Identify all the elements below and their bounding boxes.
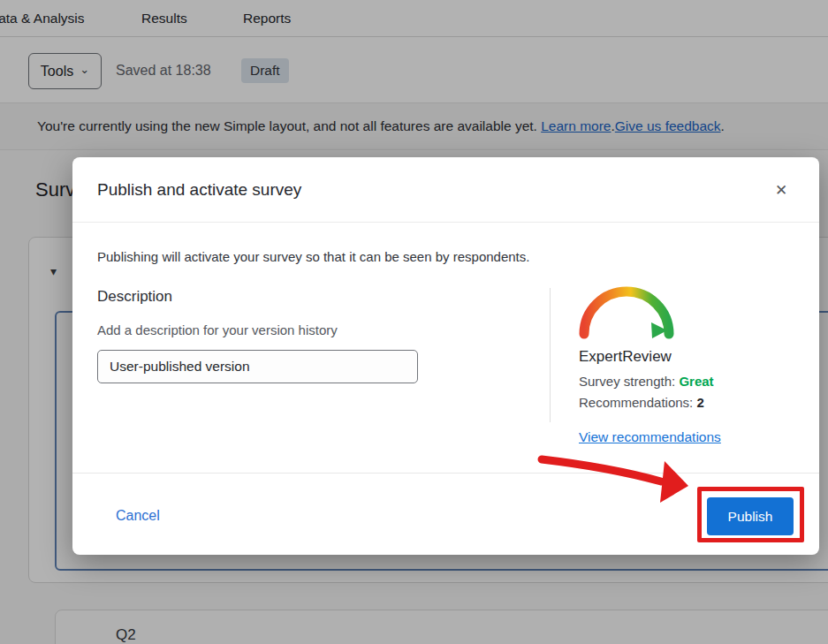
publish-survey-dialog: Publish and activate survey ✕ Publishing… bbox=[72, 157, 819, 555]
close-icon[interactable]: ✕ bbox=[770, 178, 793, 201]
dialog-intro-text: Publishing will activate your survey so … bbox=[97, 249, 529, 264]
description-heading: Description bbox=[97, 288, 172, 306]
dialog-header: Publish and activate survey ✕ bbox=[72, 157, 819, 223]
expert-review-title: ExpertReview bbox=[579, 348, 672, 366]
dialog-title: Publish and activate survey bbox=[97, 180, 301, 200]
recommendations-label: Recommendations: bbox=[579, 395, 696, 410]
survey-strength-label: Survey strength: bbox=[579, 374, 679, 389]
publish-button[interactable]: Publish bbox=[707, 497, 794, 535]
description-field-label: Add a description for your version histo… bbox=[97, 322, 338, 337]
recommendations-row: Recommendations: 2 bbox=[579, 395, 704, 410]
survey-strength-gauge-icon bbox=[576, 281, 675, 341]
dialog-footer: Cancel Publish bbox=[72, 473, 819, 555]
recommendations-value: 2 bbox=[696, 395, 703, 410]
survey-strength-row: Survey strength: Great bbox=[579, 374, 714, 389]
version-description-input[interactable] bbox=[97, 350, 418, 383]
column-divider bbox=[550, 288, 551, 422]
survey-strength-value: Great bbox=[679, 374, 713, 389]
cancel-button[interactable]: Cancel bbox=[116, 508, 160, 524]
view-recommendations-link[interactable]: View recommendations bbox=[579, 429, 721, 445]
